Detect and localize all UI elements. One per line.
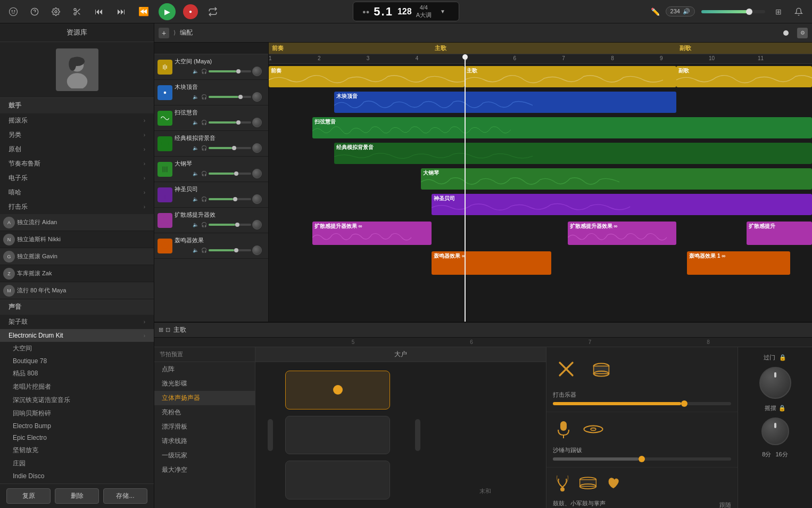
- sidebar-item-hiphop[interactable]: 嘻哈 ›: [0, 185, 154, 200]
- fader-bass[interactable]: [209, 198, 251, 200]
- collapse-icon[interactable]: ⟩: [173, 29, 176, 36]
- headphone-btn-maya[interactable]: 🎧: [200, 68, 208, 75]
- sidebar-item-drums[interactable]: 架子鼓 ›: [0, 315, 154, 329]
- headphone-btn-wood[interactable]: 🎧: [200, 93, 208, 101]
- effects-knob[interactable]: [759, 367, 791, 399]
- sidebar-item-rnb[interactable]: 节奏布鲁斯 ›: [0, 157, 154, 171]
- sub-item-boutique78[interactable]: Boutique 78: [0, 355, 154, 367]
- question-icon[interactable]: [28, 5, 42, 19]
- prev-button[interactable]: ⏪: [136, 4, 151, 19]
- vol-knob-rumble[interactable]: [252, 245, 262, 255]
- sidebar-item-edk[interactable]: Electronic Drum Kit ›: [0, 329, 154, 342]
- sub-item-echo[interactable]: 回响贝斯粉碎: [0, 407, 154, 420]
- follow-button[interactable]: 跟随: [719, 501, 731, 508]
- mute-btn-diffuse[interactable]: 🔈: [192, 221, 199, 228]
- drum-pad-2[interactable]: [285, 416, 390, 455]
- fader-wood[interactable]: [209, 96, 251, 98]
- headphone-btn-bass[interactable]: 🎧: [200, 195, 208, 203]
- bp-icon1[interactable]: ⊞: [159, 326, 163, 333]
- settings-icon2[interactable]: ⚙: [797, 28, 808, 38]
- clip-diffuse-3[interactable]: 扩散感提升: [747, 222, 812, 245]
- headphone-btn-strum[interactable]: 🎧: [200, 119, 208, 126]
- scissors-icon[interactable]: [70, 5, 84, 19]
- clip-strum[interactable]: 扫弦慧音: [312, 117, 812, 138]
- vol-knob-diffuse[interactable]: [252, 220, 262, 230]
- vol-knob-piano[interactable]: [252, 169, 262, 178]
- record-button[interactable]: ●: [183, 4, 198, 19]
- headphone-btn-diffuse[interactable]: 🎧: [200, 221, 208, 228]
- vol-knob-maya[interactable]: [252, 67, 262, 76]
- user-row-zak[interactable]: Z 车库摇滚 Zak: [0, 265, 154, 282]
- timeline-area[interactable]: 前奏 主歌 副歌 1 2 3 4 5: [269, 43, 812, 322]
- drum-pad-1[interactable]: [285, 371, 390, 409]
- clip-bass[interactable]: 神圣贝司: [432, 194, 812, 215]
- preset-laser[interactable]: 激光影碟: [154, 376, 255, 391]
- preset-request[interactable]: 请求线路: [154, 434, 255, 448]
- cymbal-slider[interactable]: [553, 457, 731, 461]
- preset-float[interactable]: 漂浮滑板: [154, 420, 255, 434]
- fast-forward-button[interactable]: ⏭: [114, 4, 129, 19]
- clip-diffuse-1[interactable]: 扩散感提升器效果 ∞: [312, 222, 432, 245]
- percussion-slider[interactable]: [553, 402, 731, 405]
- mute-btn-strum[interactable]: 🔈: [192, 119, 199, 126]
- preset-max[interactable]: 最大净空: [154, 463, 255, 477]
- rewind-button[interactable]: ⏮: [92, 4, 106, 19]
- mute-btn-bass[interactable]: 🔈: [192, 195, 199, 203]
- delete-button[interactable]: 删除: [55, 488, 99, 504]
- vol-knob-classic[interactable]: [252, 143, 262, 153]
- settings-icon[interactable]: [49, 5, 63, 19]
- preset-dian-zhen[interactable]: 点阵: [154, 362, 255, 376]
- vol-knob-bass[interactable]: [252, 194, 262, 204]
- mute-btn-maya[interactable]: 🔈: [192, 68, 199, 75]
- position-dropdown[interactable]: ▼: [436, 5, 450, 19]
- vol-knob-strum[interactable]: [252, 118, 262, 127]
- notification-icon[interactable]: [792, 5, 806, 19]
- mute-btn-classic[interactable]: 🔈: [192, 144, 199, 152]
- sub-item-digger[interactable]: 老唱片挖掘者: [0, 380, 154, 394]
- user-row-nikki[interactable]: N 独立迪斯科 Nikki: [0, 231, 154, 248]
- headphone-btn-classic[interactable]: 🎧: [200, 144, 208, 152]
- clip-rumble-1[interactable]: 轰鸣器效果 ∞: [432, 251, 551, 275]
- sub-item-daxkongjian[interactable]: 大空间: [0, 342, 154, 355]
- preset-stereo-speaker[interactable]: 立体声扬声器: [154, 391, 255, 405]
- preset-pink[interactable]: 亮粉色: [154, 405, 255, 420]
- mute-btn-rumble[interactable]: 🔈: [192, 247, 199, 254]
- sub-item-electro-bump[interactable]: Electro Bump: [0, 420, 154, 432]
- fader-maya[interactable]: [209, 70, 251, 72]
- fader-piano[interactable]: [209, 173, 251, 175]
- add-track-button[interactable]: +: [159, 28, 169, 38]
- clip-verse-maya[interactable]: 主歌: [465, 66, 676, 87]
- bp-icon2[interactable]: ⊡: [165, 326, 170, 333]
- mute-btn-wood[interactable]: 🔈: [192, 93, 199, 101]
- clip-rumble-2[interactable]: 轰鸣器效果 1 ∞: [687, 251, 790, 275]
- fader-classic[interactable]: [209, 147, 251, 149]
- sub-item-manor[interactable]: 庄园: [0, 457, 154, 470]
- sub-item-epic-electro[interactable]: Epic Electro: [0, 432, 154, 444]
- user-row-maya[interactable]: M 流行 80 年代 Maya: [0, 282, 154, 299]
- master-volume-control[interactable]: [701, 10, 765, 13]
- pencil-icon[interactable]: ✏️: [649, 5, 662, 19]
- clip-intro-maya[interactable]: 前奏: [269, 66, 465, 87]
- display-toggle[interactable]: ⊞: [772, 5, 785, 19]
- save-button[interactable]: 存储...: [103, 488, 147, 504]
- clip-diffuse-2[interactable]: 扩散感提升器效果 ∞: [568, 222, 676, 245]
- fader-diffuse[interactable]: [209, 224, 251, 226]
- shake-knob[interactable]: [761, 417, 789, 445]
- sidebar-item-rock[interactable]: 摇滚乐 ›: [0, 113, 154, 128]
- preset-player1[interactable]: 一级玩家: [154, 448, 255, 463]
- clip-chorus-maya[interactable]: 副歌: [676, 66, 812, 87]
- loop-button[interactable]: [205, 4, 220, 19]
- face-icon[interactable]: [6, 5, 20, 19]
- clip-wood[interactable]: 木块顶音: [334, 92, 676, 113]
- headphone-btn-rumble[interactable]: 🎧: [200, 247, 208, 254]
- user-row-gavin[interactable]: G 独立摇滚 Gavin: [0, 248, 154, 265]
- sub-item-indie-disco[interactable]: Indie Disco: [0, 470, 154, 482]
- sidebar-item-electronic[interactable]: 电子乐 ›: [0, 171, 154, 185]
- sub-item-techno[interactable]: 深沉铁克诺浩室音乐: [0, 394, 154, 407]
- fader-strum[interactable]: [209, 121, 251, 124]
- sidebar-item-percussion[interactable]: 打击乐 ›: [0, 200, 154, 214]
- headphone-btn-piano[interactable]: 🎧: [200, 170, 208, 177]
- vol-knob-wood[interactable]: [252, 92, 262, 102]
- mute-btn-piano[interactable]: 🔈: [192, 170, 199, 177]
- play-button[interactable]: ▶: [159, 3, 176, 20]
